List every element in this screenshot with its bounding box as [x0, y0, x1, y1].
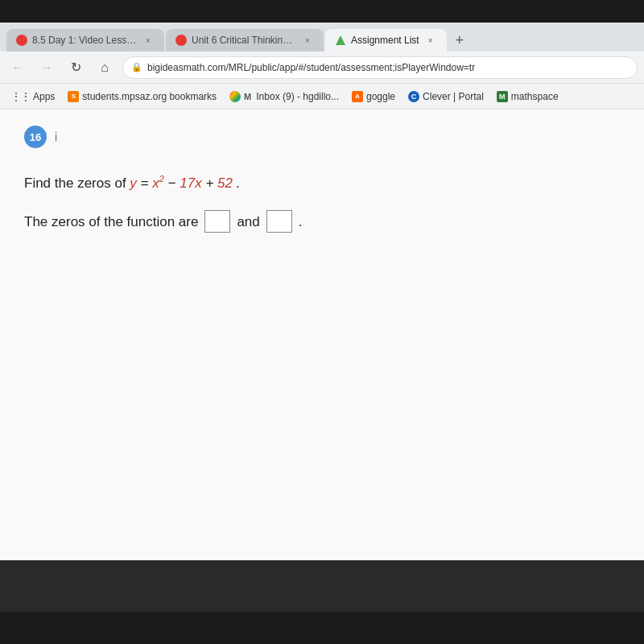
browser-window: 8.5 Day 1: Video Lesson with n × Unit 6 …: [0, 23, 644, 560]
eq-52: 52: [217, 175, 233, 191]
mathspace-favicon: M: [497, 91, 508, 102]
eq-period: .: [237, 175, 241, 191]
bookmark-goggle-label: goggle: [366, 91, 395, 102]
bookmark-clever-label: Clever | Portal: [423, 91, 484, 102]
answer-input-2[interactable]: [266, 210, 292, 233]
tab-3-favicon: [335, 35, 346, 46]
bookmark-mathspace[interactable]: M mathspace: [492, 89, 564, 104]
question-header: 16 i: [24, 126, 620, 148]
tab-1-close[interactable]: ×: [142, 34, 155, 47]
forward-button[interactable]: →: [35, 56, 58, 79]
answer-suffix: .: [299, 211, 303, 233]
address-text: bigideasmath.com/MRL/public/app/#/studen…: [147, 62, 475, 73]
address-bar[interactable]: 🔒 bigideasmath.com/MRL/public/app/#/stud…: [122, 56, 638, 79]
gmail-favicon: [229, 91, 241, 102]
toolbar: ← → ↻ ⌂ 🔒 bigideasmath.com/MRL/public/ap…: [0, 52, 644, 84]
new-tab-button[interactable]: +: [448, 29, 471, 52]
bookmark-apps-label: Apps: [33, 91, 55, 102]
bookmark-clever[interactable]: C Clever | Portal: [403, 89, 489, 104]
back-button[interactable]: ←: [6, 56, 29, 79]
tab-3-title: Assignment List: [351, 35, 419, 46]
bookmark-apps[interactable]: ⋮⋮ Apps: [6, 89, 60, 104]
tab-3-close[interactable]: ×: [424, 34, 437, 47]
students-favicon: S: [68, 91, 79, 102]
question-body: Find the zeros of y = x2 − 17x + 52 . Th…: [24, 172, 620, 233]
answer-input-1[interactable]: [204, 210, 230, 233]
tab-3[interactable]: Assignment List ×: [325, 29, 447, 52]
svg-marker-0: [336, 35, 345, 45]
eq-equals: =: [141, 175, 153, 191]
bezel-top: [0, 0, 644, 23]
bookmark-students[interactable]: S students.mpsaz.org bookmarks: [63, 89, 221, 104]
eq-plus: +: [205, 175, 217, 191]
question-number: 16: [24, 126, 47, 148]
lock-icon: 🔒: [131, 62, 142, 72]
tab-2-favicon: [175, 35, 187, 46]
bookmark-students-label: students.mpsaz.org bookmarks: [82, 91, 217, 102]
eq-17x: 17x: [180, 175, 201, 191]
bookmark-goggle[interactable]: A goggle: [347, 89, 400, 104]
bookmark-mathspace-label: mathspace: [511, 91, 559, 102]
tab-1[interactable]: 8.5 Day 1: Video Lesson with n ×: [6, 29, 164, 52]
bookmark-inbox-label: Inbox (9) - hgdillo...: [256, 91, 339, 102]
question-text: Find the zeros of y = x2 − 17x + 52 .: [24, 172, 620, 194]
bookmarks-bar: ⋮⋮ Apps S students.mpsaz.org bookmarks M…: [0, 84, 644, 109]
answer-prefix: The zeros of the function are: [24, 211, 198, 233]
clever-favicon: C: [408, 91, 419, 102]
bezel-bottom: [0, 612, 644, 644]
eq-x2: x2: [152, 175, 164, 191]
refresh-button[interactable]: ↻: [64, 56, 87, 79]
apps-grid-icon: ⋮⋮: [11, 91, 31, 102]
info-icon[interactable]: i: [55, 130, 57, 143]
page-content: 16 i Find the zeros of y = x2 − 17x + 52…: [0, 109, 644, 560]
tab-1-favicon: [16, 35, 27, 46]
eq-minus: −: [168, 175, 180, 191]
tab-2[interactable]: Unit 6 Critical Thinking Questi ×: [166, 29, 324, 52]
gmail-m-icon: M: [244, 92, 251, 101]
bookmark-inbox[interactable]: M Inbox (9) - hgdillo...: [225, 89, 344, 104]
tab-bar: 8.5 Day 1: Video Lesson with n × Unit 6 …: [0, 23, 644, 52]
answer-row: The zeros of the function are and .: [24, 210, 620, 233]
answer-and: and: [237, 211, 259, 233]
tab-1-title: 8.5 Day 1: Video Lesson with n: [32, 35, 137, 46]
question-prompt: Find the zeros of: [24, 175, 130, 191]
tab-2-close[interactable]: ×: [301, 34, 314, 47]
tab-2-title: Unit 6 Critical Thinking Questi: [192, 35, 296, 46]
eq-y: y: [130, 175, 137, 191]
equation: y = x2 − 17x + 52 .: [130, 175, 240, 191]
home-button[interactable]: ⌂: [93, 56, 116, 79]
goggle-favicon: A: [352, 91, 363, 102]
